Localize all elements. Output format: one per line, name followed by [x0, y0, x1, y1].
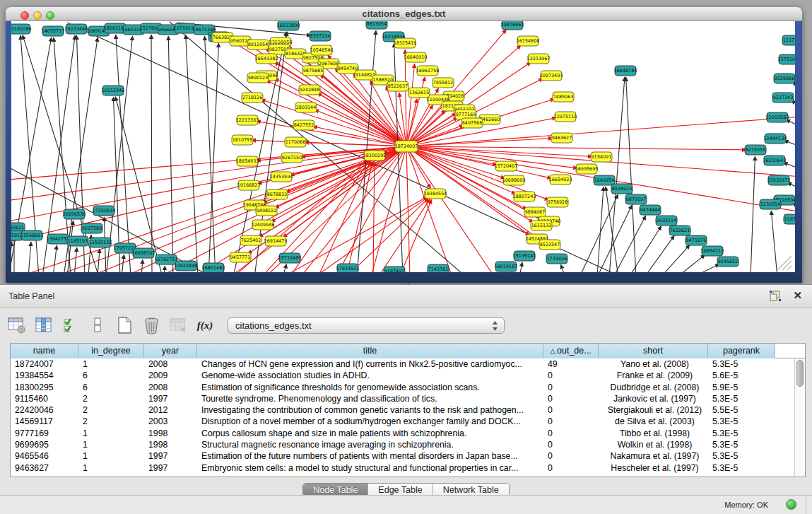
graph-node[interactable]: 16958107: [132, 248, 155, 258]
graph-node[interactable]: 9097588: [81, 223, 102, 233]
graph-node[interactable]: 17359934: [93, 206, 116, 216]
table-row[interactable]: 1830029562008Estimation of significance …: [11, 382, 794, 393]
graph-node[interactable]: 8427552: [293, 120, 314, 130]
graph-node[interactable]: 8938923: [611, 184, 632, 194]
window-titlebar[interactable]: citations_edges.txt: [6, 7, 802, 21]
graph-node[interactable]: 18807243: [513, 192, 536, 201]
graph-node[interactable]: 18654933: [236, 156, 259, 166]
table-row[interactable]: 911546021997Tourette syndrome. Phenomeno…: [11, 393, 794, 404]
graph-node[interactable]: 16648784: [614, 66, 637, 76]
graph-node[interactable]: 8215955: [745, 145, 766, 155]
graph-node[interactable]: 2803144: [295, 103, 317, 112]
graph-node[interactable]: 8813054: [366, 21, 387, 29]
graph-node[interactable]: 19166827: [237, 180, 261, 190]
graph-node[interactable]: 7143761: [428, 264, 449, 272]
graph-node[interactable]: 15720407: [495, 161, 518, 171]
graph-node[interactable]: 14055717: [42, 26, 65, 36]
column-header-year[interactable]: year: [144, 344, 197, 358]
graph-node[interactable]: 12444134: [764, 134, 787, 144]
graph-node[interactable]: 9457771: [230, 252, 251, 262]
graph-node[interactable]: 20973493: [540, 71, 563, 81]
graph-node[interactable]: 11568693: [20, 230, 44, 240]
column-header-name[interactable]: name: [11, 344, 78, 358]
graph-node[interactable]: 1230354: [760, 199, 781, 209]
graph-node[interactable]: 20153346: [102, 86, 125, 95]
graph-node[interactable]: 8471676: [686, 235, 707, 245]
graph-node[interactable]: 9875685: [302, 66, 324, 76]
graph-node[interactable]: 9154091: [591, 152, 612, 162]
graph-node[interactable]: 8522037: [387, 81, 408, 91]
table-row[interactable]: 969969511998Structural magnetic resonanc…: [11, 439, 794, 450]
graph-node[interactable]: 8912954: [247, 40, 269, 49]
graph-node[interactable]: 19384554: [424, 189, 447, 199]
column-header-title[interactable]: title: [197, 344, 543, 358]
graph-node[interactable]: 12093582: [766, 112, 789, 122]
select-all-icon[interactable]: [61, 315, 81, 335]
graph-node[interactable]: 2935114: [656, 216, 677, 226]
graph-node[interactable]: 16154808: [517, 36, 540, 46]
graph-node[interactable]: 7632621: [669, 226, 690, 235]
graph-node[interactable]: 6879197: [625, 194, 647, 204]
graph-node[interactable]: 7485063: [553, 92, 574, 102]
graph-node[interactable]: 12923448: [175, 261, 198, 271]
column-visibility-icon[interactable]: [34, 315, 54, 335]
table-select[interactable]: citations_edges.txt: [228, 317, 505, 334]
graph-node[interactable]: 16033809: [277, 21, 300, 30]
graph-node[interactable]: 10654112: [701, 246, 724, 256]
column-header-in_degree[interactable]: in_degree: [78, 344, 144, 358]
graph-node[interactable]: 16914479: [264, 236, 288, 246]
graph-node[interactable]: 16654923: [549, 175, 572, 185]
graph-node[interactable]: 14353594: [270, 172, 293, 182]
graph-node[interactable]: 13942757: [47, 234, 70, 244]
graph-node[interactable]: 17924501: [336, 264, 360, 272]
graph-node[interactable]: 1170066: [285, 137, 306, 147]
function-builder-icon[interactable]: f(x): [195, 315, 215, 335]
graph-node[interactable]: 9756928: [547, 197, 568, 207]
graph-node[interactable]: 15135141: [513, 251, 536, 261]
graph-node[interactable]: 1733426: [546, 254, 567, 264]
graph-node[interactable]: 23191086: [11, 24, 31, 34]
column-header-short[interactable]: short: [599, 344, 708, 358]
table-row[interactable]: 977716911998Corpus callosum shape and si…: [11, 428, 794, 439]
graph-node[interactable]: 9474444: [640, 205, 661, 215]
graph-node[interactable]: 1145193: [67, 236, 88, 246]
graph-node[interactable]: 9329966: [774, 74, 795, 83]
graph-node[interactable]: 16014187: [495, 262, 518, 271]
graph-node[interactable]: 15716485: [278, 253, 302, 263]
graph-node[interactable]: 9245652: [717, 257, 739, 267]
graph-node[interactable]: 7625402: [240, 235, 261, 245]
network-canvas[interactable]: 2319108614055717182234462069140618061162…: [11, 21, 795, 272]
column-header-out_degree[interactable]: △out_de...: [543, 344, 599, 358]
graph-node[interactable]: 9498222: [256, 206, 277, 216]
new-file-icon[interactable]: [114, 315, 134, 335]
graph-node[interactable]: 2718126: [242, 93, 263, 103]
graph-node[interactable]: 10688609: [502, 175, 526, 185]
float-panel-icon[interactable]: [770, 291, 781, 301]
graph-node[interactable]: 12213363: [236, 115, 259, 125]
graph-node[interactable]: 15932971: [767, 175, 791, 185]
graph-node[interactable]: 12409946: [252, 220, 275, 230]
graph-node[interactable]: 7955812: [433, 78, 454, 88]
table-row[interactable]: 1456911722003Disruption of a novel membe…: [11, 416, 794, 427]
graph-node[interactable]: 15751074: [778, 54, 795, 64]
column-header-pagerank[interactable]: pagerank: [708, 344, 775, 358]
table-row[interactable]: 946554611997Estimation of the future num…: [11, 450, 794, 462]
table-settings-icon[interactable]: [7, 315, 27, 335]
graph-node[interactable]: 12505135: [89, 238, 112, 247]
graph-node[interactable]: 1362615: [408, 88, 430, 98]
graph-node[interactable]: 6497568: [461, 118, 483, 128]
graph-node[interactable]: 18325419: [394, 38, 417, 48]
graph-node[interactable]: 16210643: [763, 156, 787, 165]
graph-node[interactable]: 1615132: [531, 221, 552, 230]
graph-node[interactable]: 8678832: [266, 189, 288, 199]
trash-icon[interactable]: [141, 315, 161, 335]
graph-node[interactable]: 1117304: [782, 35, 795, 45]
graph-node[interactable]: 12975115: [554, 112, 577, 122]
graph-node[interactable]: 20876862: [501, 21, 524, 30]
graph-node[interactable]: 9463627: [551, 133, 572, 143]
graph-node[interactable]: 20206536: [63, 209, 86, 219]
graph-node[interactable]: 16801482: [202, 263, 225, 272]
resize-grip[interactable]: [777, 256, 792, 270]
graph-node[interactable]: 16961758: [416, 66, 440, 76]
graph-node[interactable]: 1167533: [784, 214, 795, 224]
